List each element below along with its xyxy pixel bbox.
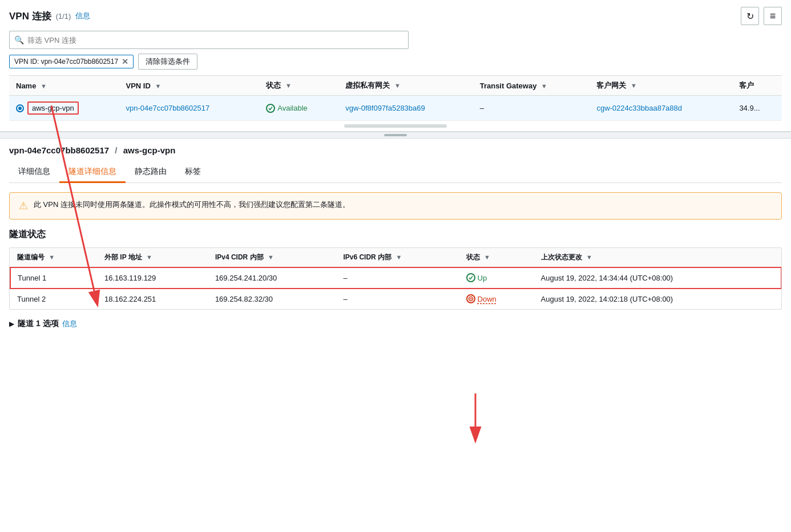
sort-icon-last-change: ▼	[586, 254, 592, 261]
tunnel2-ipv4: 169.254.82.32/30	[208, 289, 337, 310]
radio-dot-inner	[18, 107, 22, 110]
vpn-table-wrapper: Name ▼ VPN ID ▼ 状态 ▼ 虚拟私有网关 ▼ Transit Ga…	[9, 75, 782, 131]
tunnel-table-wrapper: 隧道编号 ▼ 外部 IP 地址 ▼ IPv4 CIDR 内部 ▼ IPv6 CI…	[9, 247, 782, 310]
col-transit-gw[interactable]: Transit Gateway ▼	[473, 76, 590, 96]
tunnel1-ipv6: –	[336, 267, 459, 289]
sort-icon-vpnid: ▼	[155, 83, 161, 90]
tunnel2-status-text: Down	[478, 295, 497, 303]
detail-title: vpn-04e7cc07bb8602517 / aws-gcp-vpn	[9, 145, 782, 155]
sort-icon-customer: ▼	[631, 82, 637, 89]
expand-icon[interactable]: ▶	[9, 320, 14, 328]
vpn-name: aws-gcp-vpn	[27, 101, 79, 115]
vpc-link[interactable]: vgw-0f8f097fa5283ba69	[345, 104, 425, 112]
scroll-indicator	[9, 121, 782, 131]
tabs-row: 详细信息 隧道详细信息 静态路由 标签	[9, 162, 782, 183]
sort-icon-tunnel-no: ▼	[49, 254, 55, 261]
col-vpc[interactable]: 虚拟私有网关 ▼	[338, 76, 473, 96]
resize-bar[interactable]	[0, 132, 791, 139]
info-link[interactable]: 信息	[75, 11, 90, 21]
tunnel1-status-text: Up	[478, 274, 487, 282]
filter-row: VPN ID: vpn-04e7cc07bb8602517 ✕ 清除筛选条件	[9, 54, 782, 70]
tab-static-routes[interactable]: 静态路由	[126, 162, 176, 183]
tunnel2-last-change: August 19, 2022, 14:02:18 (UTC+08:00)	[534, 289, 781, 310]
vpn-table: Name ▼ VPN ID ▼ 状态 ▼ 虚拟私有网关 ▼ Transit Ga…	[9, 76, 782, 121]
tunnel-options-row: ▶ 隧道 1 选项 信息	[9, 319, 782, 329]
tunnel-row-2[interactable]: Tunnel 2 18.162.224.251 169.254.82.32/30…	[10, 289, 781, 310]
warning-text: 此 VPN 连接未同时使用两条隧道。此操作模式的可用性不高，我们强烈建议您配置第…	[34, 200, 350, 210]
clear-filter-button[interactable]: 清除筛选条件	[138, 54, 197, 70]
breadcrumb-name: aws-gcp-vpn	[123, 145, 176, 155]
count-badge: (1/1)	[56, 12, 71, 21]
tunnel1-last-change: August 19, 2022, 14:34:44 (UTC+08:00)	[534, 267, 781, 289]
breadcrumb-id: vpn-04e7cc07bb8602517	[9, 145, 109, 155]
tunnel1-ext-ip: 16.163.119.129	[98, 267, 208, 289]
resize-handle	[384, 134, 407, 136]
table-row[interactable]: aws-gcp-vpn vpn-04e7cc07bb8602517 Availa…	[9, 96, 782, 121]
col-customer-gw[interactable]: 客户网关 ▼	[590, 76, 732, 96]
tunnel-table: 隧道编号 ▼ 外部 IP 地址 ▼ IPv4 CIDR 内部 ▼ IPv6 CI…	[10, 248, 781, 309]
col-status[interactable]: 状态 ▼	[259, 76, 338, 96]
tunnel1-status: Up	[466, 273, 527, 282]
page-title: VPN 连接	[9, 10, 51, 23]
sort-icon-ipv4: ▼	[268, 254, 274, 261]
sort-icon-vpc: ▼	[394, 82, 401, 89]
tunnel-options-info-link[interactable]: 信息	[62, 319, 77, 329]
tunnel-col-ipv4[interactable]: IPv4 CIDR 内部 ▼	[208, 248, 337, 267]
filter-tag-label: VPN ID: vpn-04e7cc07bb8602517	[14, 58, 118, 66]
tunnel-col-no[interactable]: 隧道编号 ▼	[10, 248, 98, 267]
radio-dot[interactable]	[16, 104, 24, 112]
search-input[interactable]	[27, 36, 403, 44]
sort-icon-tunnel-status: ▼	[484, 254, 490, 261]
tunnel-col-last-change[interactable]: 上次状态更改 ▼	[534, 248, 781, 267]
tab-tags[interactable]: 标签	[176, 162, 210, 183]
tab-details[interactable]: 详细信息	[9, 162, 59, 183]
detail-section: vpn-04e7cc07bb8602517 / aws-gcp-vpn 详细信息…	[0, 139, 791, 183]
tunnel-status-title: 隧道状态	[9, 229, 782, 241]
search-icon: 🔍	[14, 35, 24, 44]
warning-box: ⚠ 此 VPN 连接未同时使用两条隧道。此操作模式的可用性不高，我们强烈建议您配…	[9, 192, 782, 220]
sort-icon-name: ▼	[41, 83, 47, 90]
status-up-icon	[466, 273, 475, 282]
tunnel-row-1[interactable]: Tunnel 1 16.163.119.129 169.254.241.20/3…	[10, 267, 781, 289]
tunnel2-no: Tunnel 2	[10, 289, 98, 310]
tab-tunnel-details[interactable]: 隧道详细信息	[59, 162, 126, 183]
sort-icon-status: ▼	[285, 82, 292, 89]
filter-tag: VPN ID: vpn-04e7cc07bb8602517 ✕	[9, 55, 134, 68]
customer-ip: 34.9...	[739, 104, 760, 112]
status-icon	[266, 104, 275, 113]
col-customer-ip[interactable]: 客户	[732, 76, 782, 96]
breadcrumb-sep: /	[115, 145, 117, 155]
transit-gw-value: –	[480, 104, 484, 112]
tunnel1-ipv4: 169.254.241.20/30	[208, 267, 337, 289]
tunnel2-status: Down	[466, 294, 527, 303]
status-text: Available	[277, 104, 308, 112]
search-bar: 🔍	[9, 31, 409, 49]
tunnel-col-ipv6[interactable]: IPv6 CIDR 内部 ▼	[336, 248, 459, 267]
tunnel-section: 隧道状态 隧道编号 ▼ 外部 IP 地址 ▼ IPv4 CIDR 内部 ▼ IP…	[0, 229, 791, 338]
more-button[interactable]: ≡	[764, 7, 782, 25]
status-down-icon	[466, 294, 475, 303]
warning-icon: ⚠	[19, 200, 28, 212]
customer-gw-link[interactable]: cgw-0224c33bbaa87a88d	[596, 104, 682, 112]
col-vpn-id[interactable]: VPN ID ▼	[119, 76, 259, 96]
tunnel1-no: Tunnel 1	[10, 267, 98, 289]
sort-icon-ext-ip: ▼	[146, 254, 152, 261]
warning-wrapper: ⚠ 此 VPN 连接未同时使用两条隧道。此操作模式的可用性不高，我们强烈建议您配…	[0, 192, 791, 220]
vpn-id-link[interactable]: vpn-04e7cc07bb8602517	[126, 104, 209, 112]
tunnel2-ipv6: –	[336, 289, 459, 310]
tunnel2-ext-ip: 18.162.224.251	[98, 289, 208, 310]
tunnel-col-ext-ip[interactable]: 外部 IP 地址 ▼	[98, 248, 208, 267]
refresh-button[interactable]: ↻	[741, 7, 759, 25]
col-name[interactable]: Name ▼	[9, 76, 119, 96]
filter-tag-close[interactable]: ✕	[122, 57, 128, 66]
tunnel-col-status[interactable]: 状态 ▼	[459, 248, 534, 267]
name-cell: aws-gcp-vpn	[16, 101, 112, 115]
tunnel-options-title: 隧道 1 选项	[18, 319, 59, 329]
sort-icon-ipv6: ▼	[396, 254, 402, 261]
sort-icon-transit: ▼	[541, 83, 547, 90]
status-available: Available	[266, 104, 332, 113]
